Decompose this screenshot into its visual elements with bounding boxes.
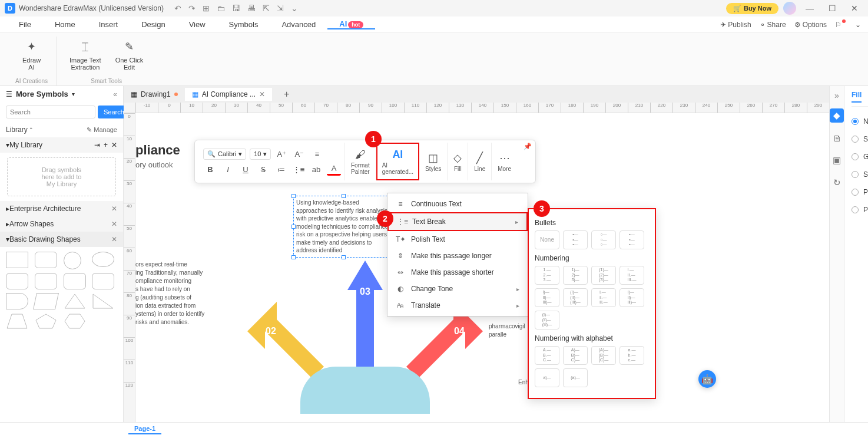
shape-rounded-rect-5[interactable] bbox=[92, 273, 114, 289]
qat-more-icon[interactable]: ⌄ bbox=[291, 4, 298, 13]
menu-insert[interactable]: Insert bbox=[87, 20, 130, 29]
num-1dot[interactable]: 1.—2.—3.— bbox=[535, 266, 559, 285]
pin-icon[interactable]: 📌 bbox=[524, 143, 532, 150]
line-button[interactable]: ╱Line bbox=[468, 143, 492, 180]
expand-rail-icon[interactable]: » bbox=[834, 91, 839, 100]
menu-view[interactable]: View bbox=[177, 20, 217, 29]
options-button[interactable]: ⚙ Options bbox=[794, 21, 827, 29]
open-icon[interactable]: 🗀 bbox=[217, 4, 225, 13]
fill-panel-icon[interactable]: ◆ bbox=[830, 108, 844, 123]
align-icon[interactable]: ≡ bbox=[310, 147, 324, 160]
shape-right-triangle[interactable] bbox=[92, 293, 114, 309]
cm-shorter[interactable]: ⇔Make this passage shorter bbox=[387, 264, 528, 281]
strikethrough-icon[interactable]: S̶ bbox=[256, 163, 270, 176]
buy-now-button[interactable]: 🛒 Buy Now bbox=[726, 3, 778, 14]
new-tab-button[interactable]: + bbox=[272, 87, 301, 102]
cm-continuous-text[interactable]: ≡Continuous Text bbox=[387, 196, 528, 212]
tab-ai-compliance[interactable]: ▦AI Compliance ...✕ bbox=[185, 88, 272, 101]
fill-opt-solid[interactable]: Solid fill bbox=[852, 130, 868, 148]
drag-drop-zone[interactable]: Drag symbols here to add to My Library bbox=[7, 157, 116, 196]
num-roman-lower-bparen[interactable]: (i)—(ii)—(iii)— bbox=[535, 311, 559, 329]
category-arrow-shapes[interactable]: ▸Arrow Shapes✕ bbox=[0, 216, 123, 232]
cm-text-break[interactable]: ⋮≡Text Break▸ bbox=[387, 212, 528, 231]
num-roman-upper-bparen[interactable]: (I)—(II)—(III)— bbox=[563, 288, 588, 307]
shape-rounded-rect-3[interactable] bbox=[35, 273, 57, 289]
category-basic-shapes[interactable]: ▾Basic Drawing Shapes✕ bbox=[0, 232, 123, 247]
font-size-select[interactable]: 10 ▾ bbox=[250, 149, 271, 160]
shape-hexagon[interactable] bbox=[64, 313, 86, 329]
panel-tab-fill[interactable]: Fill bbox=[852, 91, 862, 103]
search-input[interactable] bbox=[6, 106, 95, 118]
alpha-upper-paren[interactable]: A)—B)—C)— bbox=[563, 346, 588, 365]
minimize-button[interactable]: — bbox=[801, 4, 819, 13]
format-painter-button[interactable]: 🖌Format Painter bbox=[345, 143, 376, 180]
dropdown-icon[interactable]: ▾ bbox=[72, 91, 75, 97]
import-icon[interactable]: ⇲ bbox=[277, 4, 284, 13]
text-case-icon[interactable]: ab bbox=[309, 163, 323, 176]
cm-longer[interactable]: ⇕Make this passage longer bbox=[387, 248, 528, 264]
shape-rounded-rect-2[interactable] bbox=[6, 273, 28, 289]
cm-change-tone[interactable]: ◐Change Tone▸ bbox=[387, 281, 528, 297]
menu-advanced[interactable]: Advanced bbox=[270, 20, 327, 29]
library-up-icon[interactable]: ⌃ bbox=[29, 127, 34, 133]
maximize-button[interactable]: ☐ bbox=[823, 4, 841, 13]
publish-button[interactable]: ✈ Publish bbox=[720, 21, 751, 29]
layout-panel-icon[interactable]: ▣ bbox=[830, 153, 844, 167]
num-roman-upper[interactable]: I.—II.—III.— bbox=[619, 266, 644, 285]
alpha-upper-bparen[interactable]: (A)—(B)—(C)— bbox=[591, 346, 616, 365]
my-library-category[interactable]: ▾ My Library ⇥ + ✕ bbox=[0, 137, 123, 153]
underline-icon[interactable]: U bbox=[238, 163, 253, 176]
category-enterprise[interactable]: ▸Enterprise Architecture✕ bbox=[0, 201, 123, 216]
numbering-icon[interactable]: ⋮≡ bbox=[291, 163, 306, 176]
num-1paren[interactable]: 1)—2)—3)— bbox=[563, 266, 588, 285]
menu-design[interactable]: Design bbox=[130, 20, 177, 29]
library-label[interactable]: Library bbox=[6, 126, 28, 134]
alpha-upper-dot[interactable]: A.—B.—C.— bbox=[535, 346, 559, 365]
shape-pentagon[interactable] bbox=[35, 313, 57, 329]
bullets-icon[interactable]: ≔ bbox=[274, 163, 288, 176]
shape-parallelogram[interactable] bbox=[33, 293, 59, 309]
shape-d-shape[interactable] bbox=[6, 293, 28, 309]
italic-icon[interactable]: I bbox=[221, 163, 235, 176]
menu-file[interactable]: File bbox=[7, 20, 43, 29]
bullets-square[interactable]: ▪—▪—▪— bbox=[619, 230, 644, 249]
num-roman-upper-paren[interactable]: I)—II)—III)— bbox=[535, 288, 559, 307]
bullets-none[interactable]: None bbox=[535, 230, 559, 249]
import-library-icon[interactable]: ⇥ bbox=[94, 141, 100, 149]
image-text-extraction-button[interactable]: ⌶ Image Text Extraction bbox=[65, 37, 106, 73]
one-click-edit-button[interactable]: ✎ One Click Edit bbox=[111, 37, 148, 73]
more-symbols-label[interactable]: More Symbols bbox=[16, 90, 68, 98]
alpha-lower-paren[interactable]: a)— bbox=[535, 368, 559, 387]
font-select[interactable]: 🔍 Calibri ▾ bbox=[203, 149, 246, 160]
num-roman-lower[interactable]: i.—ii.—iii.— bbox=[591, 288, 616, 307]
more-button[interactable]: ⋯More bbox=[492, 143, 517, 180]
cm-translate[interactable]: 🗛Translate▸ bbox=[387, 297, 528, 314]
text-panel-icon[interactable]: 🗎 bbox=[830, 131, 844, 145]
ai-generated-button[interactable]: AIAI generated... bbox=[376, 143, 419, 180]
add-library-icon[interactable]: + bbox=[104, 141, 108, 149]
shape-ellipse[interactable] bbox=[92, 252, 114, 267]
shape-rounded-rect[interactable] bbox=[35, 252, 57, 268]
close-button[interactable]: ✕ bbox=[846, 4, 863, 13]
collapse-ribbon-icon[interactable]: ⌄ bbox=[855, 21, 861, 29]
page-tab[interactable]: Page-1 bbox=[128, 424, 161, 434]
font-color-icon[interactable]: A bbox=[327, 163, 341, 176]
bullets-circle[interactable]: ○—○—○— bbox=[591, 230, 616, 249]
menu-symbols[interactable]: Symbols bbox=[217, 20, 270, 29]
fill-opt-none[interactable]: No fill bbox=[852, 113, 868, 130]
fill-button[interactable]: ◇Fill bbox=[448, 143, 468, 180]
styles-button[interactable]: ◫Styles bbox=[419, 143, 448, 180]
print-icon[interactable]: 🖶 bbox=[247, 4, 256, 13]
shape-rounded-rect-4[interactable] bbox=[64, 273, 86, 289]
close-tab-icon[interactable]: ✕ bbox=[259, 90, 265, 98]
fill-opt-picture[interactable]: Picture or texture fill bbox=[852, 201, 868, 219]
notifications-icon[interactable]: ⚐ bbox=[835, 21, 847, 29]
shape-circle[interactable] bbox=[64, 252, 81, 269]
undo-icon[interactable]: ↶ bbox=[174, 4, 181, 13]
export-icon[interactable]: ⇱ bbox=[263, 4, 270, 13]
selected-text-box[interactable]: Using knowledge-based approaches to iden… bbox=[293, 196, 393, 258]
shape-triangle[interactable] bbox=[64, 293, 86, 309]
share-button[interactable]: ⚬ Share bbox=[760, 21, 786, 29]
menu-home[interactable]: Home bbox=[43, 20, 87, 29]
bold-icon[interactable]: B bbox=[203, 163, 217, 176]
